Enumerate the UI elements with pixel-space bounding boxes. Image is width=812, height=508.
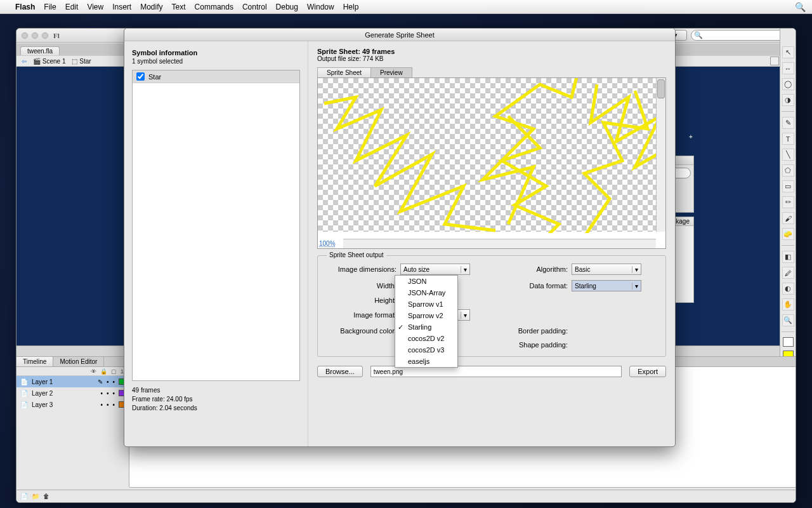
tab-timeline[interactable]: Timeline xyxy=(16,357,53,366)
oval-tool-icon[interactable]: ▭ xyxy=(782,180,794,192)
symbol-list[interactable]: Star xyxy=(132,70,300,381)
new-folder-icon[interactable]: 📁 xyxy=(32,493,39,500)
new-layer-icon[interactable]: 📄 xyxy=(20,493,28,500)
layer-icon: 📄 xyxy=(20,390,28,397)
symbol-name: Star xyxy=(148,73,161,81)
layers-list: 👁 🔒 ▢ 1 📄 Layer 1 ✎ •• 📄 Layer 2 ••• xyxy=(16,367,129,487)
free-transform-tool-icon[interactable]: ↔ xyxy=(782,62,794,74)
deco-tool-icon[interactable]: 🧽 xyxy=(782,228,794,240)
edit-scene-icon[interactable] xyxy=(770,57,779,65)
zoom-tool-icon[interactable]: 🔍 xyxy=(782,314,794,326)
horizontal-scrollbar[interactable] xyxy=(343,239,656,248)
option-easeljs[interactable]: easeljs xyxy=(395,356,457,367)
symbol-checkbox[interactable] xyxy=(136,72,145,81)
app-menu[interactable]: Flash xyxy=(15,3,35,11)
scene-crumb-symbol[interactable]: ⬚ Star xyxy=(72,58,91,65)
stroke-color-swatch[interactable] xyxy=(783,337,794,347)
spotlight-icon[interactable]: 🔍 xyxy=(795,2,806,12)
layer-label: Layer 1 xyxy=(32,378,53,385)
info-duration: Duration: 2.04 seconds xyxy=(132,404,300,413)
hand-tool-icon[interactable]: ✋ xyxy=(782,298,794,311)
pencil-tool-icon[interactable]: ✏ xyxy=(782,196,794,208)
menu-file[interactable]: File xyxy=(44,3,56,11)
option-sparrow-v1[interactable]: Sparrow v1 xyxy=(395,298,457,310)
traffic-lights[interactable] xyxy=(22,32,48,39)
shape-padding-label: Shape padding: xyxy=(508,341,572,349)
symbol-info-heading: Symbol information xyxy=(132,49,300,57)
symbol-row[interactable]: Star xyxy=(133,70,299,83)
option-cocos2d-v2[interactable]: cocos2D v2 xyxy=(395,333,457,344)
layer-label: Layer 2 xyxy=(32,390,53,397)
sprite-sheet-canvas[interactable]: 100% xyxy=(317,77,666,249)
menu-modify[interactable]: Modify xyxy=(140,3,162,11)
algorithm-label: Algorithm: xyxy=(508,265,572,273)
selection-tool-icon[interactable]: ↖ xyxy=(782,46,794,58)
rectangle-tool-icon[interactable]: ⬠ xyxy=(782,164,794,177)
paint-bucket-tool-icon[interactable]: 🖉 xyxy=(782,267,794,279)
algorithm-select[interactable]: Basic▾ xyxy=(572,264,641,275)
layer-row[interactable]: 📄 Layer 1 ✎ •• xyxy=(16,376,129,387)
dialog-title: Generate Sprite Sheet xyxy=(124,29,675,41)
document-tab[interactable]: tween.fla xyxy=(20,46,60,55)
tab-spritesheet[interactable]: Sprite Sheet xyxy=(317,67,371,78)
pen-tool-icon[interactable]: ✎ xyxy=(782,117,794,129)
zoom-level[interactable]: 100% xyxy=(319,240,336,247)
option-cocos2d-v3[interactable]: cocos2D v3 xyxy=(395,344,457,356)
tab-preview[interactable]: Preview xyxy=(371,67,412,78)
tab-motion-editor[interactable]: Motion Editor xyxy=(53,357,104,366)
symbol-info-subtitle: 1 symbol selected xyxy=(132,58,300,65)
menu-text[interactable]: Text xyxy=(172,3,186,11)
scene-crumb-scene[interactable]: 🎬 Scene 1 xyxy=(33,58,65,65)
vertical-scrollbar[interactable] xyxy=(656,78,665,232)
menu-view[interactable]: View xyxy=(87,3,103,11)
line-tool-icon[interactable]: ╲ xyxy=(782,149,794,161)
data-format-select[interactable]: Starling▾ xyxy=(572,280,641,291)
layer-edit-icon: ✎ xyxy=(98,378,103,385)
option-sparrow-v2[interactable]: Sparrow v2 xyxy=(395,310,457,321)
menu-control[interactable]: Control xyxy=(242,3,267,11)
scene-back-icon[interactable]: ⇦ xyxy=(22,58,27,65)
browse-button[interactable]: Browse... xyxy=(317,366,363,377)
menu-window[interactable]: Window xyxy=(307,3,334,11)
menu-edit[interactable]: Edit xyxy=(65,3,79,11)
image-format-label: Image format: xyxy=(324,311,400,319)
output-size: Output file size: 774 KB xyxy=(317,55,666,62)
border-padding-label: Border padding: xyxy=(508,327,572,335)
menu-debug[interactable]: Debug xyxy=(276,3,298,11)
output-group: Sprite Sheet output Image dimensions: Au… xyxy=(317,255,666,357)
outline-column-icon[interactable]: ▢ xyxy=(111,368,117,375)
bone-tool-icon[interactable]: ◧ xyxy=(782,251,794,263)
option-starling[interactable]: Starling xyxy=(395,321,457,333)
menu-insert[interactable]: Insert xyxy=(112,3,131,11)
width-label: Width: xyxy=(324,282,400,290)
menu-help[interactable]: Help xyxy=(343,3,359,11)
export-button[interactable]: Export xyxy=(629,366,666,377)
image-dim-label: Image dimensions: xyxy=(324,265,400,273)
lock-column-icon[interactable]: 🔒 xyxy=(100,368,107,375)
flash-logo-icon: Fl xyxy=(53,32,60,39)
eyedropper-tool-icon[interactable]: ◐ xyxy=(782,283,794,295)
layer-row[interactable]: 📄 Layer 2 ••• xyxy=(16,387,129,399)
layer-icon: 📄 xyxy=(20,401,28,408)
3d-rotation-tool-icon[interactable]: ◯ xyxy=(782,78,794,90)
data-format-dropdown[interactable]: JSON JSON-Array Sparrow v1 Sparrow v2 St… xyxy=(395,275,458,368)
image-dim-select[interactable]: Auto size▾ xyxy=(400,264,470,275)
visibility-column-icon[interactable]: 👁 xyxy=(91,368,96,375)
layer-label: Layer 3 xyxy=(32,401,53,408)
text-tool-icon[interactable]: T xyxy=(782,133,794,145)
lasso-tool-icon[interactable]: ◑ xyxy=(782,94,794,106)
mac-menubar: Flash File Edit View Insert Modify Text … xyxy=(0,0,812,14)
info-framerate: Frame rate: 24.00 fps xyxy=(132,395,300,404)
delete-layer-icon[interactable]: 🗑 xyxy=(43,493,49,500)
layer-row[interactable]: 📄 Layer 3 ••• xyxy=(16,399,129,410)
height-label: Height: xyxy=(324,297,400,304)
menu-commands[interactable]: Commands xyxy=(195,3,233,11)
option-json[interactable]: JSON xyxy=(395,276,457,287)
info-frames: 49 frames xyxy=(132,386,300,395)
help-search-input[interactable]: 🔍 xyxy=(691,30,789,41)
registration-crosshair-icon: + xyxy=(689,133,693,140)
option-json-array[interactable]: JSON-Array xyxy=(395,287,457,298)
bg-color-label: Background color: xyxy=(324,327,400,335)
brush-tool-icon[interactable]: 🖌 xyxy=(782,212,794,224)
group-legend: Sprite Sheet output xyxy=(327,251,386,258)
